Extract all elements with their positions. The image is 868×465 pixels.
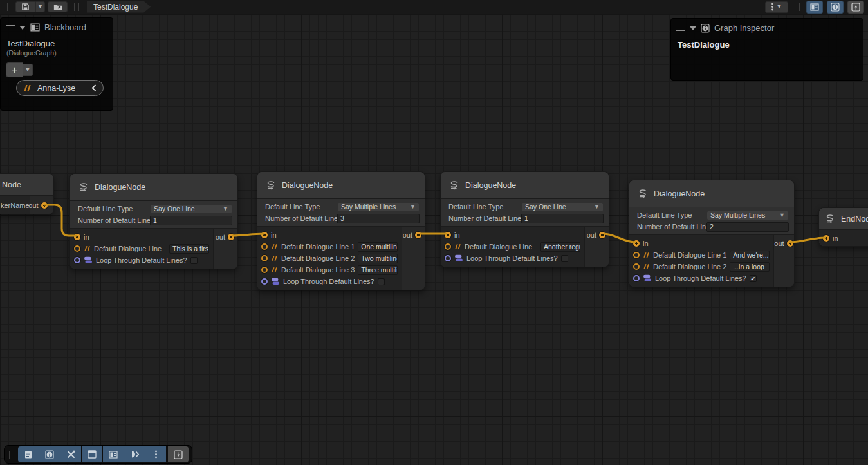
toolbar-drag-handle[interactable] (3, 3, 8, 11)
window-button[interactable] (82, 446, 102, 462)
node-title-bar[interactable]: DialogueNode (441, 172, 609, 199)
dialogue-node-icon (637, 189, 648, 198)
preview-toggle-button[interactable] (847, 1, 864, 14)
graph-inspector-toggle-button[interactable] (827, 1, 844, 14)
loop-checkbox[interactable]: ✔ (750, 275, 757, 282)
dialogue-line-field[interactable]: Another regu (540, 242, 580, 252)
toolbar-drag-handle[interactable] (795, 3, 800, 11)
loop-checkbox[interactable] (190, 257, 198, 264)
line-type-dropdown[interactable]: Say One Line▼ (150, 204, 232, 214)
blackboard-header[interactable]: Blackboard (1, 18, 113, 35)
info-icon (831, 3, 840, 12)
dialogue-node-2[interactable]: DialogueNode Default Line Type Say Multi… (257, 171, 425, 290)
end-node[interactable]: EndNode in (818, 207, 868, 247)
blackboard-title: Blackboard (44, 23, 86, 32)
in-port[interactable] (823, 235, 829, 242)
num-lines-field[interactable]: 3 (337, 214, 420, 223)
collapse-arrow-icon[interactable] (690, 26, 696, 30)
line-type-dropdown[interactable]: Say One Line▼ (521, 202, 604, 212)
node-title-bar[interactable]: DialogueNode (257, 172, 425, 199)
save-dropdown-button[interactable]: ▼ (35, 1, 45, 12)
field-name: Anna-Lyse (37, 84, 86, 93)
out-port[interactable] (41, 202, 48, 209)
info-icon (45, 450, 54, 459)
graph-inspector-button[interactable] (39, 446, 60, 462)
node-title-bar[interactable]: DialogueNode (629, 180, 794, 207)
loop-port[interactable] (445, 255, 451, 261)
chevron-left-icon[interactable] (91, 84, 97, 91)
dialogue-line-field[interactable]: Three multilin (358, 265, 398, 275)
dialogue-node-4[interactable]: DialogueNode Default Line Type Say Multi… (629, 180, 795, 287)
tools-button[interactable] (60, 446, 81, 462)
node-title-bar[interactable]: EndNode (819, 208, 868, 230)
chevron-down-icon: ▼ (37, 4, 43, 10)
loop-port[interactable] (74, 257, 80, 263)
dialogue-line-port[interactable] (261, 255, 268, 261)
graph-inspector-header[interactable]: Graph Inspector (671, 19, 863, 35)
in-port[interactable] (261, 232, 268, 238)
dialogue-line-port[interactable] (633, 263, 640, 270)
loop-port[interactable] (261, 278, 268, 285)
num-lines-field[interactable]: 1 (521, 214, 604, 223)
more-options-button[interactable] (145, 446, 166, 462)
lightning-icon (851, 3, 860, 12)
dialogue-line-field[interactable]: One multiline (358, 242, 398, 252)
dialogue-line-field[interactable]: ...in a loop (730, 262, 770, 272)
drag-handle-icon[interactable] (676, 26, 685, 31)
quote-string-icon (84, 245, 91, 252)
dialogue-node-3[interactable]: DialogueNode Default Line Type Say One L… (440, 171, 609, 267)
dialogue-line-port[interactable] (74, 245, 80, 252)
top-toolbar: ▼ TestDialogue ▼ (0, 0, 868, 14)
port-label: out (216, 233, 225, 241)
in-port[interactable] (74, 234, 80, 240)
dialogue-line-field[interactable]: Two multiline (358, 254, 398, 263)
blackboard-button[interactable] (103, 446, 124, 462)
out-port[interactable] (228, 234, 234, 240)
line-type-dropdown[interactable]: Say Multiple Lines▼ (706, 211, 789, 220)
notes-button[interactable] (18, 446, 39, 462)
graph-canvas[interactable]: ▼ TestDialogue ▼ (0, 0, 868, 465)
num-lines-field[interactable]: 1 (150, 216, 232, 225)
dialogue-line-port[interactable] (261, 243, 268, 250)
in-port[interactable] (445, 232, 451, 238)
boolean-icon (643, 274, 652, 282)
collapse-arrow-icon[interactable] (19, 26, 26, 30)
node-title-bar[interactable]: Node (0, 174, 53, 196)
dialogue-line-port[interactable] (633, 252, 640, 258)
in-port[interactable] (633, 240, 640, 247)
bottom-toolbar (4, 445, 192, 464)
add-property-dropdown[interactable]: ▼ (23, 64, 33, 76)
blackboard-panel[interactable]: Blackboard TestDialogue (DialogueGraph) … (0, 17, 113, 111)
transition-button[interactable] (124, 446, 145, 462)
add-property-button[interactable]: + (6, 62, 23, 77)
graph-inspector-panel[interactable]: Graph Inspector TestDialogue (670, 18, 863, 81)
dialogue-line-port[interactable] (261, 267, 268, 273)
dialogue-line-port[interactable] (445, 243, 451, 250)
start-node[interactable]: Node kerName out (0, 173, 54, 214)
num-lines-field[interactable]: 2 (706, 222, 789, 232)
port-label: Loop Through Default Lines? (655, 274, 746, 282)
dialogue-line-field[interactable]: And we're... (730, 251, 770, 260)
toolbar-drag-handle[interactable] (74, 3, 79, 11)
blackboard-toggle-button[interactable] (806, 1, 823, 14)
line-type-dropdown[interactable]: Say Multiple Lines▼ (337, 202, 420, 212)
drag-handle-icon[interactable] (6, 25, 15, 30)
preview-button[interactable] (168, 446, 189, 462)
port-label: out (28, 202, 38, 209)
loop-checkbox[interactable] (561, 255, 568, 262)
dialogue-line-field[interactable]: This is a first (169, 244, 209, 254)
breadcrumb-tab[interactable]: TestDialogue (87, 1, 151, 13)
node-title-bar[interactable]: DialogueNode (70, 174, 237, 201)
toolbar-options-button[interactable]: ▼ (765, 1, 788, 13)
quote-string-icon (643, 263, 650, 270)
save-button[interactable] (15, 1, 35, 12)
dialogue-node-1[interactable]: DialogueNode Default Line Type Say One L… (69, 173, 238, 269)
loop-checkbox[interactable] (378, 278, 385, 285)
out-port[interactable] (415, 232, 421, 238)
loop-port[interactable] (633, 275, 640, 281)
open-graph-button[interactable] (48, 1, 68, 12)
out-port[interactable] (787, 240, 793, 247)
toolbar-drag-handle[interactable] (9, 451, 14, 459)
blackboard-field-anna-lyse[interactable]: Anna-Lyse (16, 80, 104, 96)
out-port[interactable] (599, 232, 605, 238)
